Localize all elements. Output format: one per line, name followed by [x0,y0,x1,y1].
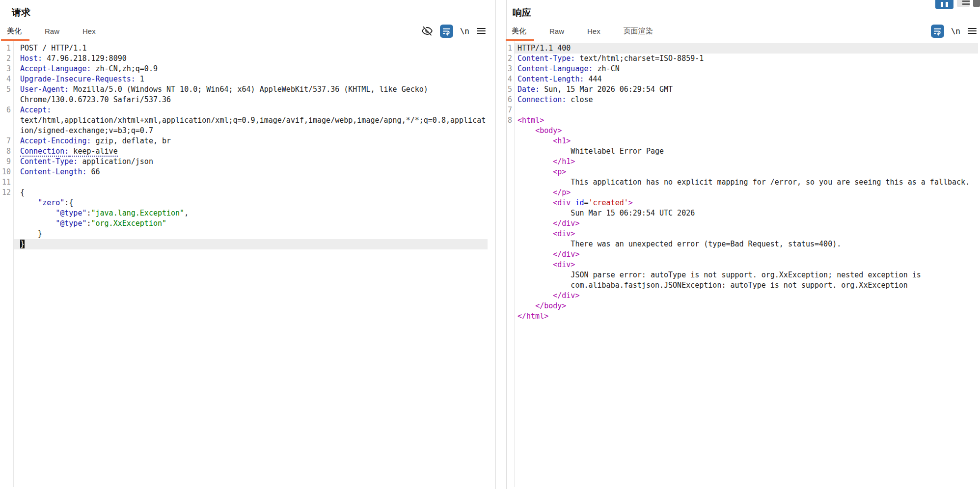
code-line: JSON parse error: autoType is not suppor… [507,270,980,280]
code-line: </h1> [507,157,980,167]
code-text: <div> [514,260,980,270]
line-number: 10 [0,167,13,177]
line-number: 2 [507,54,514,64]
response-panel-title: 响应 [507,0,980,21]
code-line: "@type":"org.XxException" [0,218,495,229]
code-text: </div> [514,249,980,260]
line-number [507,301,514,311]
menu-icon[interactable] [967,27,977,35]
response-tab-0[interactable]: 美化 [512,21,526,41]
code-text: Content-Type: text/html;charset=ISO-8859… [514,54,980,64]
code-text: Accept: [13,105,495,115]
code-text: Content-Length: 66 [13,167,495,177]
pause-button[interactable] [935,0,953,9]
response-editor[interactable]: 1HTTP/1.1 4002Content-Type: text/html;ch… [507,41,980,487]
code-text: </div> [514,291,980,301]
line-number [507,167,514,177]
code-line: </body> [507,301,980,311]
code-text: } [13,239,488,249]
line-number: 6 [507,95,514,105]
gutter-separator [13,41,14,487]
code-text: Sun Mar 15 06:29:54 UTC 2026 [514,208,980,218]
menu-icon[interactable] [476,27,486,35]
code-line: Sun Mar 15 06:29:54 UTC 2026 [507,208,980,218]
code-text: } [13,229,495,239]
code-line: </div> [507,249,980,260]
request-panel-title: 请求 [0,0,495,21]
line-number [0,208,13,218]
line-number: 3 [507,64,514,74]
code-text: "@type":"java.lang.Exception", [13,208,495,218]
line-number [507,260,514,270]
request-tabs: 美化RawHex [0,21,119,41]
more-button[interactable] [973,0,980,7]
code-text: HTTP/1.1 400 [514,43,978,54]
code-line: } [0,229,495,239]
code-line: 1HTTP/1.1 400 [507,43,980,54]
code-line: 4Content-Length: 444 [507,74,980,84]
code-text: text/html,application/xhtml+xml,applicat… [13,115,495,126]
newline-icon[interactable]: \n [951,27,960,36]
line-number [507,311,514,322]
code-line: 4Upgrade-Insecure-Requests: 1 [0,74,495,84]
code-line: Whitelabel Error Page [507,146,980,157]
line-number [0,239,13,249]
code-line: 10Content-Length: 66 [0,167,495,177]
response-panel: 响应 美化RawHex页面渲染 \n [506,0,980,489]
code-text: </p> [514,188,980,198]
code-line: </div> [507,291,980,301]
code-line: 2Content-Type: text/html;charset=ISO-885… [507,54,980,64]
line-number: 7 [507,105,514,115]
code-line: 3Content-Language: zh-CN [507,64,980,74]
code-line: 8<html> [507,115,980,126]
code-text: Accept-Encoding: gzip, deflate, br [13,136,495,146]
request-tab-2[interactable]: Hex [82,21,96,41]
code-line: 5User-Agent: Mozilla/5.0 (Windows NT 10.… [0,84,495,95]
code-text: "@type":"org.XxException" [13,218,495,229]
request-tab-0[interactable]: 美化 [7,21,22,41]
window-controls [935,0,980,9]
code-text: </h1> [514,157,980,167]
code-line: com.alibaba.fastjson.JSONException: auto… [507,280,980,291]
line-number [507,249,514,260]
request-toolbar: \n [421,25,495,38]
code-text: <html> [514,115,980,126]
code-text: Accept-Language: zh-CN,zh;q=0.9 [13,64,495,74]
request-editor[interactable]: 1POST / HTTP/1.12Host: 47.96.218.129:809… [0,41,495,487]
code-text: Whitelabel Error Page [514,146,980,157]
code-line: <p> [507,167,980,177]
code-text: There was an unexpected error (type=Bad … [514,239,980,249]
code-text: This application has no explicit mapping… [514,177,980,188]
word-wrap-icon[interactable] [931,25,944,38]
line-number [507,157,514,167]
code-text: Content-Length: 444 [514,74,980,84]
response-tab-1[interactable]: Raw [549,21,564,41]
line-number [507,270,514,280]
menu-button[interactable] [957,0,970,7]
line-number [507,126,514,136]
code-line: 7Accept-Encoding: gzip, deflate, br [0,136,495,146]
line-number [0,218,13,229]
response-tab-2[interactable]: Hex [587,21,600,41]
line-number: 7 [0,136,13,146]
response-tab-3[interactable]: 页面渲染 [624,21,653,41]
line-number [507,208,514,218]
code-text: </body> [514,301,980,311]
code-line: </html> [507,311,980,322]
code-line: </p> [507,188,980,198]
code-text: com.alibaba.fastjson.JSONException: auto… [514,280,980,291]
code-line: 2Host: 47.96.218.129:8090 [0,54,495,64]
line-number: 1 [507,43,514,54]
code-text: ion/signed-exchange;v=b3;q=0.7 [13,126,495,136]
word-wrap-icon[interactable] [440,25,453,38]
line-number: 3 [0,64,13,74]
eye-off-icon[interactable] [421,25,433,37]
response-tabs-row: 美化RawHex页面渲染 \n [507,21,980,41]
code-text: JSON parse error: autoType is not suppor… [514,270,980,280]
newline-icon[interactable]: \n [460,27,469,36]
request-tab-1[interactable]: Raw [45,21,59,41]
line-number: 9 [0,157,13,167]
line-number [0,229,13,239]
request-tabs-row: 美化RawHex \n [0,21,495,41]
request-panel: 请求 美化RawHex [0,0,496,489]
